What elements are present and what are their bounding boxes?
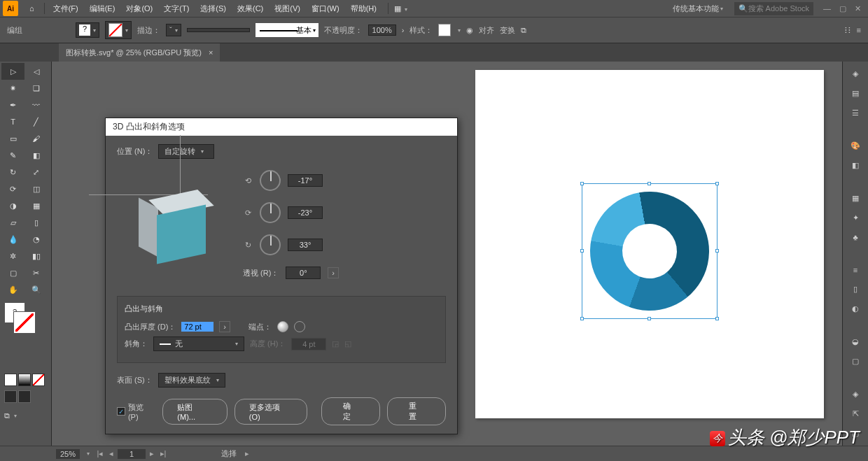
menu-help[interactable]: 帮助(H) [345,3,382,14]
scale-tool[interactable]: ⤢ [24,164,48,180]
ok-button[interactable]: 确定 [321,397,380,425]
color-guide-icon[interactable]: ◧ [848,159,863,171]
rotate-x-dial[interactable] [260,170,281,191]
cap-solid[interactable] [277,321,288,332]
home-icon[interactable]: ⌂ [29,4,34,13]
map-art-button[interactable]: 贴图 (M)... [162,399,227,425]
perspective-value[interactable]: 0° [286,267,321,279]
panel-icon2[interactable]: ≡ [857,26,861,34]
perspective-more[interactable]: › [328,267,339,278]
opacity-value[interactable]: 100% [368,24,396,36]
arrange-icon[interactable]: ▦ ▾ [394,4,407,13]
menu-view[interactable]: 视图(V) [269,3,306,14]
last-page-icon[interactable]: ▸| [158,449,168,458]
isolate-icon[interactable]: ⧉ [521,26,526,35]
properties-icon[interactable]: ◈ [848,69,863,80]
style-swatch[interactable] [438,24,451,36]
tab-close-icon[interactable]: × [209,48,213,57]
bevel-dropdown[interactable]: 无▾ [153,336,244,351]
rotate-z-dial[interactable] [260,234,281,255]
menu-window[interactable]: 窗口(W) [306,3,345,14]
asset-export-icon[interactable]: ⇱ [848,408,863,419]
menu-object[interactable]: 对象(O) [120,3,158,14]
rotate-z-value[interactable]: 33° [288,239,323,251]
opacity-more[interactable]: › [402,26,405,34]
preview-checkbox[interactable]: ✓预览 (P) [117,402,155,421]
line-tool[interactable]: ╱ [24,113,48,130]
color-mode-solid[interactable] [4,374,17,386]
shape-builder-tool[interactable]: ◑ [1,197,24,214]
rotate-tool[interactable]: ↻ [1,164,24,180]
reset-button[interactable]: 重置 [387,397,446,425]
magic-wand-tool[interactable]: ✷ [1,80,24,97]
libraries-icon[interactable]: ☰ [848,108,863,119]
stroke-vw[interactable] [187,28,250,32]
select-more-icon[interactable]: ▸ [242,449,252,458]
transform-label[interactable]: 变换 [500,25,515,36]
screen-normal[interactable] [4,390,17,403]
fill-stroke-control[interactable]: ? [0,299,51,341]
blend-tool[interactable]: ◔ [24,231,48,248]
first-page-icon[interactable]: |◂ [95,449,105,458]
max-icon[interactable]: ▢ [839,4,846,13]
surface-dropdown[interactable]: 塑料效果底纹▾ [158,373,225,388]
next-page-icon[interactable]: ▸ [147,449,157,458]
direct-select-tool[interactable]: ◁ [24,63,48,80]
screen-full[interactable] [18,390,31,403]
select-label[interactable]: 选择 [221,448,237,459]
edit-toolbar-icon[interactable]: ⧉ [4,411,10,420]
cap-hollow[interactable] [294,321,305,332]
align-label[interactable]: 对齐 [479,25,494,36]
position-dropdown[interactable]: 自定旋转▾ [158,144,214,159]
curvature-tool[interactable]: 〰 [24,97,48,113]
pen-tool[interactable]: ✒ [1,97,24,113]
rect-tool[interactable]: ▭ [1,130,24,147]
page-number[interactable]: 1 [118,449,146,459]
document-tab[interactable]: 图标转换.svg* @ 25% (RGB/GPU 预览) × [59,43,220,62]
stroke-panel-icon[interactable]: ≡ [848,264,863,276]
eraser-tool[interactable]: ◧ [24,147,48,164]
slice-tool[interactable]: ✂ [24,264,48,281]
recolor-icon[interactable]: ◉ [466,26,473,35]
type-tool[interactable]: T [1,113,24,130]
prev-page-icon[interactable]: ◂ [106,449,116,458]
lasso-tool[interactable]: ❑ [24,80,48,97]
color-icon[interactable]: 🎨 [848,141,863,152]
min-icon[interactable]: — [823,4,831,13]
color-mode-gradient[interactable] [18,374,31,386]
selection-tool[interactable]: ▷ [1,63,24,80]
depth-input[interactable]: 72 pt [181,322,214,332]
3d-orientation-preview[interactable] [117,163,243,289]
zoom-level[interactable]: 25% [56,449,80,459]
artboard-tool[interactable]: ▢ [1,264,24,281]
symbols-icon[interactable]: ♣ [848,232,863,243]
rotate-y-dial[interactable] [260,202,281,223]
gradient-tool[interactable]: ▯ [24,214,48,231]
color-mode-none[interactable] [32,374,45,386]
free-transform-tool[interactable]: ◫ [24,180,48,197]
donut-shape[interactable] [581,182,719,320]
brush-tool[interactable]: 🖌 [24,130,48,147]
menu-select[interactable]: 选择(S) [195,3,232,14]
menu-file[interactable]: 文件(F) [48,3,84,14]
panel-icon1[interactable]: ᎒᎒ [844,26,851,34]
eyedropper-tool[interactable]: 💧 [1,231,24,248]
shaper-tool[interactable]: ✎ [1,147,24,164]
swatches-icon[interactable]: ▦ [848,192,863,204]
stroke-weight[interactable]: ˇ▾ [166,24,181,36]
fill-unknown[interactable]: ?▾ [76,22,99,38]
fill-none[interactable]: ▾ [105,21,132,39]
gradient-panel-icon[interactable]: ▯ [848,284,863,295]
close-icon[interactable]: ✕ [855,4,861,13]
graph-tool[interactable]: ▮▯ [24,248,48,264]
menu-effect[interactable]: 效果(C) [232,3,269,14]
gradient-mesh-tool[interactable]: ▦ [24,197,48,214]
appearance-icon[interactable]: ◒ [848,336,863,348]
rotate-x-value[interactable]: -17° [288,174,323,187]
layers-alt-icon[interactable]: ◈ [848,389,863,400]
depth-stepper[interactable]: › [219,321,230,332]
graphic-styles-icon[interactable]: ▢ [848,356,863,367]
brush-drop[interactable]: 基本▾ [255,23,318,37]
brushes-icon[interactable]: ✦ [848,212,863,223]
more-options-button[interactable]: 更多选项 (O) [234,399,308,425]
